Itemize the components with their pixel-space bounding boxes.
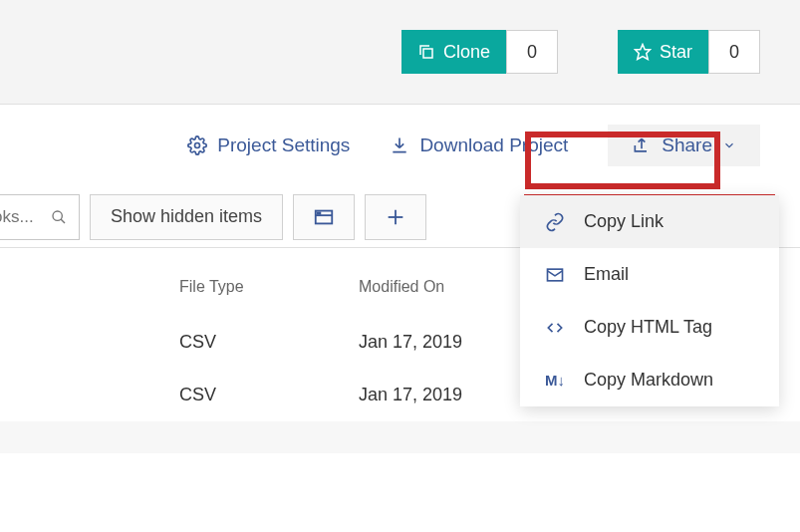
star-label: Star: [660, 42, 692, 63]
search-box[interactable]: [0, 194, 80, 240]
copy-md-label: Copy Markdown: [584, 370, 713, 391]
gear-icon: [187, 135, 207, 155]
add-button[interactable]: [365, 194, 426, 240]
download-project-link[interactable]: Download Project: [390, 134, 568, 156]
show-hidden-button[interactable]: Show hidden items: [90, 194, 283, 240]
svg-rect-7: [318, 212, 321, 213]
table-row[interactable]: [0, 421, 800, 453]
settings-label: Project Settings: [217, 134, 350, 156]
chevron-down-icon: [722, 138, 736, 152]
terminal-button[interactable]: [293, 194, 355, 240]
share-label: Share: [662, 134, 712, 156]
col-filetype[interactable]: File Type: [179, 278, 359, 296]
svg-point-2: [195, 143, 200, 148]
actions-bar: Project Settings Download Project Share: [0, 105, 800, 186]
cell-filetype: CSV: [179, 385, 359, 405]
share-menu: Copy Link Email Copy HTML Tag M↓ Copy Ma…: [520, 195, 779, 406]
download-label: Download Project: [419, 134, 568, 156]
share-email[interactable]: Email: [520, 248, 779, 301]
code-icon: [544, 318, 566, 338]
plus-icon: [385, 206, 406, 228]
svg-marker-1: [635, 45, 650, 60]
share-icon: [632, 135, 652, 155]
clone-label: Clone: [443, 42, 490, 63]
show-hidden-label: Show hidden items: [111, 206, 262, 227]
terminal-icon: [313, 206, 335, 228]
markdown-icon: M↓: [544, 372, 566, 389]
svg-point-3: [53, 211, 62, 220]
share-copy-markdown[interactable]: M↓ Copy Markdown: [520, 354, 779, 406]
star-count: 0: [708, 30, 760, 74]
share-dropdown-button[interactable]: Share: [608, 125, 760, 166]
copy-icon: [417, 43, 435, 61]
svg-line-4: [61, 219, 65, 223]
star-group: Star 0: [618, 30, 760, 74]
share-copy-html[interactable]: Copy HTML Tag: [520, 301, 779, 354]
svg-rect-0: [423, 49, 432, 58]
copy-link-label: Copy Link: [584, 211, 664, 232]
copy-html-label: Copy HTML Tag: [584, 317, 712, 338]
top-bar: Clone 0 Star 0: [0, 0, 800, 105]
mail-icon: [544, 265, 566, 285]
clone-button[interactable]: Clone: [401, 30, 506, 74]
share-copy-link[interactable]: Copy Link: [520, 195, 779, 248]
clone-group: Clone 0: [401, 30, 558, 74]
email-label: Email: [584, 264, 629, 285]
cell-filetype: CSV: [179, 332, 359, 353]
star-icon: [634, 43, 652, 61]
download-icon: [390, 135, 409, 155]
search-icon: [51, 209, 67, 225]
clone-count: 0: [506, 30, 558, 74]
link-icon: [544, 212, 566, 232]
search-input[interactable]: [0, 207, 41, 227]
star-button[interactable]: Star: [618, 30, 708, 74]
project-settings-link[interactable]: Project Settings: [187, 134, 350, 156]
